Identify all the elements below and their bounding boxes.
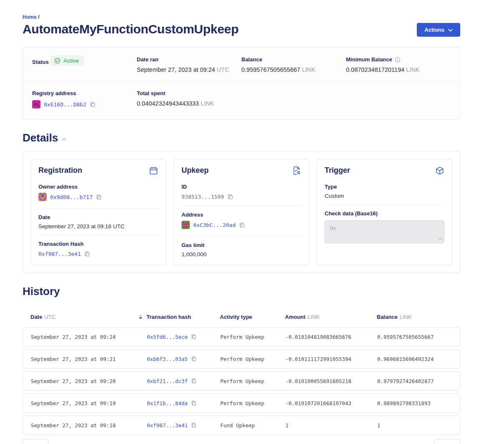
prev-button[interactable]: Prev	[23, 439, 48, 444]
actions-button[interactable]: Actions	[417, 23, 460, 37]
upkeep-id-value: 938513...1599	[181, 194, 224, 200]
copy-icon[interactable]	[84, 251, 90, 257]
copy-icon[interactable]	[191, 422, 197, 428]
registration-card: Registration Owner address	[30, 159, 166, 265]
actions-button-label: Actions	[424, 27, 444, 33]
owner-identicon	[38, 193, 47, 201]
table-row: September 27, 2023 at 09:24 0x5fd6...5ec…	[23, 327, 460, 346]
row-tx-hash[interactable]: 0xf987...3e41	[147, 422, 188, 429]
date-ran-label: Date ran	[137, 56, 159, 63]
upkeep-identicon-image	[181, 221, 190, 229]
row-date: September 27, 2023 at 09:24	[31, 334, 147, 340]
col-activity: Activity type	[220, 314, 252, 320]
divider	[38, 208, 158, 209]
col-date: Date	[30, 314, 42, 320]
registration-date-label: Date	[38, 214, 158, 220]
date-ran-field: Date ran September 27, 2023 at 09:24 UTC	[137, 56, 242, 73]
row-balance: 1	[377, 422, 460, 429]
copy-icon[interactable]	[227, 194, 233, 200]
title-row: AutomateMyFunctionCustomUpkeep Actions	[23, 22, 460, 37]
trigger-card: Trigger Type Custom Check data (Base16)	[317, 159, 452, 265]
row-activity-type: Perform Upkeep	[220, 334, 285, 340]
registry-identicon-image	[32, 100, 40, 108]
row-tx-hash[interactable]: 0xb6f3...03a5	[147, 356, 188, 362]
summary-card: Status Active Date ran September 27, 202…	[23, 47, 460, 120]
next-button[interactable]: Next	[434, 439, 460, 444]
balance-label: Balance	[242, 56, 262, 63]
details-card: Registration Owner address	[23, 151, 460, 273]
history-table-header: Date UTC Transaction hash Activity type …	[23, 308, 460, 327]
gas-limit-label: Gas limit	[181, 242, 301, 248]
copy-icon[interactable]	[239, 222, 245, 228]
owner-address-link[interactable]: 0x9d08...b717	[50, 194, 93, 200]
col-date-unit: UTC	[44, 314, 55, 320]
history-table: Date UTC Transaction hash Activity type …	[23, 308, 460, 435]
check-circle-icon	[54, 58, 60, 64]
divider	[181, 236, 301, 237]
registry-identicon	[32, 100, 40, 108]
summary-row-2: Registry address 0xE16D...D8b2	[32, 89, 451, 110]
col-tx-hash: Transaction hash	[146, 314, 191, 320]
summary-row-1: Status Active Date ran September 27, 202…	[32, 56, 451, 73]
upkeep-address-label: Address	[181, 212, 301, 218]
copy-icon[interactable]	[96, 194, 102, 200]
copy-icon[interactable]	[191, 356, 197, 362]
row-amount: 1	[285, 422, 377, 429]
history-heading: History	[23, 285, 460, 298]
upkeep-identicon	[181, 221, 190, 229]
calendar-icon	[149, 166, 158, 177]
cube-icon	[435, 166, 444, 177]
owner-identicon-image	[38, 193, 47, 201]
info-icon[interactable]	[395, 57, 401, 63]
document-gear-icon	[292, 166, 301, 177]
check-data-label: Check data (Base16)	[325, 210, 444, 217]
breadcrumb: Home/	[23, 14, 460, 20]
registry-address-field: Registry address 0xE16D...D8b2	[32, 89, 137, 110]
upkeep-title: Upkeep	[181, 166, 209, 175]
registration-title: Registration	[38, 166, 82, 175]
breadcrumb-home-link[interactable]: Home	[23, 14, 36, 20]
balance-field: Balance 0.9595767505655667 LINK	[242, 56, 346, 73]
total-spent-field: Total spent 0.04042324943443333 LINK	[137, 89, 242, 110]
registration-date-value: September 27, 2023 at 09:18 UTC	[38, 223, 158, 230]
transaction-hash-link[interactable]: 0xf987...3e41	[38, 251, 81, 257]
row-balance: 0.9797927426402877	[377, 378, 460, 384]
copy-icon[interactable]	[191, 334, 197, 340]
status-badge: Active	[50, 56, 84, 66]
status-label: Status	[32, 59, 49, 65]
sort-arrows-icon[interactable]	[139, 314, 142, 319]
copy-icon[interactable]	[191, 400, 197, 406]
min-balance-field: Minimum Balance 0.0870234817201194 LINK	[346, 56, 451, 73]
row-activity-type: Perform Upkeep	[220, 378, 285, 384]
col-balance-unit: LINK	[400, 314, 412, 320]
row-date: September 27, 2023 at 09:18	[31, 422, 147, 429]
row-activity-type: Perform Upkeep	[220, 356, 285, 362]
row-tx-hash[interactable]: 0x1f1b...84da	[147, 400, 188, 406]
row-balance: 0.9595767505655667	[377, 334, 460, 340]
divider	[181, 206, 301, 206]
total-spent-value: 0.04042324943443333 LINK	[137, 100, 242, 107]
upkeep-card: Upkeep ID 938513...1599 Address	[174, 159, 309, 265]
row-date: September 27, 2023 at 09:20	[31, 378, 147, 384]
copy-icon[interactable]	[191, 378, 197, 384]
row-tx-hash[interactable]: 0x5fd6...5ece	[147, 334, 188, 340]
row-amount: -0.010111172991055394	[285, 356, 377, 362]
status-field: Status Active	[32, 56, 137, 73]
chevron-up-icon[interactable]	[62, 138, 66, 141]
check-data-input[interactable]	[325, 220, 444, 243]
gas-limit-value: 1,000,000	[181, 251, 301, 257]
row-amount: -0.010104819083665676	[285, 334, 377, 340]
copy-icon[interactable]	[90, 101, 96, 108]
row-balance: 0.9696815696492324	[377, 356, 460, 362]
date-ran-value: September 27, 2023 at 09:24 UTC	[137, 66, 242, 73]
trigger-type-value: Custom	[325, 193, 444, 199]
min-balance-unit: LINK	[406, 66, 419, 73]
row-date: September 27, 2023 at 09:19	[31, 400, 147, 406]
col-amount-unit: LINK	[307, 314, 320, 320]
row-activity-type: Perform Upkeep	[220, 400, 285, 406]
upkeep-address-link[interactable]: 0xC3bC...20ad	[193, 222, 236, 228]
row-amount: -0.010107201668107043	[285, 400, 377, 406]
registry-address-link[interactable]: 0xE16D...D8b2	[44, 101, 86, 108]
main-content: Home/ AutomateMyFunctionCustomUpkeep Act…	[23, 0, 460, 444]
row-tx-hash[interactable]: 0xbf21...dc3f	[147, 378, 188, 384]
